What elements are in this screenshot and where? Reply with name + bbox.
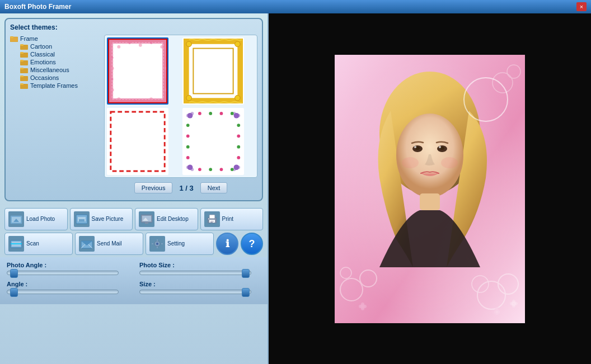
load-photo-button[interactable]: Load Photo — [4, 208, 68, 230]
svg-rect-85 — [209, 215, 215, 219]
svg-rect-87 — [210, 221, 214, 221]
frame-thumb-pink[interactable] — [107, 37, 168, 105]
svg-point-137 — [402, 157, 419, 168]
photo-size-track[interactable] — [139, 271, 251, 275]
tree-item-cartoon[interactable]: Cartoon — [20, 42, 100, 50]
svg-rect-136 — [420, 193, 440, 210]
app-title: Boxoft Photo Framer — [4, 3, 71, 11]
svg-rect-83 — [145, 223, 148, 224]
tree-item-occasions[interactable]: Occasions — [20, 74, 100, 82]
angle-track[interactable] — [7, 290, 119, 294]
sliders-section: Photo Angle : Photo Size : Angle : — [0, 257, 268, 304]
edit-desktop-icon — [139, 211, 154, 227]
tree-item-emotions[interactable]: Emotions — [20, 58, 100, 66]
edit-desktop-button[interactable]: Edit Desktop — [135, 208, 198, 230]
next-button[interactable]: Next — [200, 182, 228, 193]
send-mail-label: Send Mail — [97, 240, 121, 247]
frame-thumb-dots[interactable] — [182, 108, 244, 175]
svg-rect-102 — [161, 243, 163, 244]
angle-label: Angle : — [7, 281, 128, 287]
frames-area: Previous 1 / 3 Next — [104, 35, 257, 196]
svg-point-72 — [231, 168, 234, 171]
tree-item-template-frames[interactable]: Template Frames — [20, 82, 100, 89]
svg-point-32 — [134, 100, 136, 102]
toolbar-row1: Load Photo Save Picture Edit Desktop Pri… — [0, 206, 268, 233]
svg-point-31 — [117, 97, 120, 101]
photo-angle-group: Photo Angle : — [7, 262, 128, 276]
svg-rect-2 — [10, 37, 18, 42]
frame-thumb-red-dashed[interactable] — [107, 108, 168, 175]
load-photo-label: Load Photo — [26, 216, 55, 223]
page-info: 1 / 3 — [179, 184, 193, 192]
svg-point-24 — [111, 67, 114, 70]
left-panel: Select themes: Frame — [0, 13, 269, 364]
help-button[interactable]: ? — [241, 233, 263, 255]
svg-point-63 — [186, 145, 190, 149]
svg-point-53 — [191, 168, 194, 171]
print-button[interactable]: Print — [200, 208, 264, 230]
help-icon: ? — [249, 238, 255, 250]
svg-point-22 — [160, 45, 163, 49]
svg-point-70 — [209, 168, 212, 171]
print-icon — [204, 211, 220, 227]
load-photo-icon — [8, 211, 24, 227]
save-picture-button[interactable]: Save Picture — [70, 208, 133, 230]
svg-rect-6 — [20, 52, 24, 54]
right-panel — [269, 13, 591, 364]
svg-point-138 — [441, 157, 458, 168]
previous-button[interactable]: Previous — [134, 182, 173, 193]
svg-rect-14 — [20, 83, 24, 85]
svg-point-52 — [186, 166, 190, 169]
svg-point-111 — [361, 302, 364, 306]
svg-point-68 — [237, 156, 240, 159]
svg-point-33 — [149, 97, 153, 101]
svg-point-66 — [237, 134, 240, 138]
svg-point-39 — [235, 41, 241, 47]
svg-point-69 — [198, 168, 201, 171]
setting-button[interactable]: Setting — [146, 233, 214, 255]
send-mail-button[interactable]: Send Mail — [75, 233, 143, 255]
svg-point-61 — [186, 124, 190, 127]
photo-size-thumb[interactable] — [242, 269, 250, 278]
svg-rect-88 — [210, 222, 213, 223]
toolbar-row2: Scan Send Mail Setting ℹ ? — [0, 233, 268, 257]
scan-button[interactable]: Scan — [4, 233, 73, 255]
svg-rect-4 — [20, 44, 24, 46]
svg-rect-15 — [109, 40, 166, 102]
photo-preview — [335, 55, 525, 323]
photo-angle-track[interactable] — [7, 271, 119, 275]
tree-label-occasions: Occasions — [30, 74, 59, 81]
svg-point-20 — [139, 44, 142, 47]
setting-icon — [149, 236, 165, 252]
photo-size-group: Photo Size : — [139, 262, 261, 276]
frame-thumb-gold[interactable] — [182, 37, 244, 105]
svg-rect-101 — [152, 243, 153, 244]
theme-tree: Frame Cartoon — [10, 35, 100, 196]
size-label: Size : — [139, 281, 261, 287]
info-button[interactable]: ℹ — [216, 233, 238, 255]
svg-point-26 — [111, 88, 114, 92]
angle-thumb[interactable] — [10, 288, 18, 297]
tree-item-classical[interactable]: Classical — [20, 50, 100, 58]
svg-point-98 — [156, 243, 158, 245]
photo-angle-thumb[interactable] — [10, 269, 18, 278]
close-button[interactable]: × — [576, 2, 587, 11]
save-picture-label: Save Picture — [92, 216, 124, 223]
slider-row-bottom: Angle : Size : — [7, 281, 261, 295]
scan-label: Scan — [26, 240, 39, 247]
print-label: Print — [222, 216, 234, 223]
size-track[interactable] — [139, 290, 251, 294]
svg-point-125 — [512, 304, 515, 308]
slider-row-top: Photo Angle : Photo Size : — [7, 262, 261, 276]
size-thumb[interactable] — [242, 288, 250, 297]
folder-icon-occasions — [20, 74, 28, 81]
themes-title: Select themes: — [10, 23, 257, 31]
photo-angle-label: Photo Angle : — [7, 262, 128, 268]
frame-background — [335, 55, 525, 323]
svg-point-58 — [209, 112, 212, 115]
send-mail-icon — [79, 236, 95, 252]
svg-point-119 — [495, 307, 499, 311]
svg-point-46 — [186, 114, 190, 117]
tree-item-frame[interactable]: Frame — [10, 35, 100, 42]
tree-item-miscellaneous[interactable]: Miscellaneous — [20, 66, 100, 74]
